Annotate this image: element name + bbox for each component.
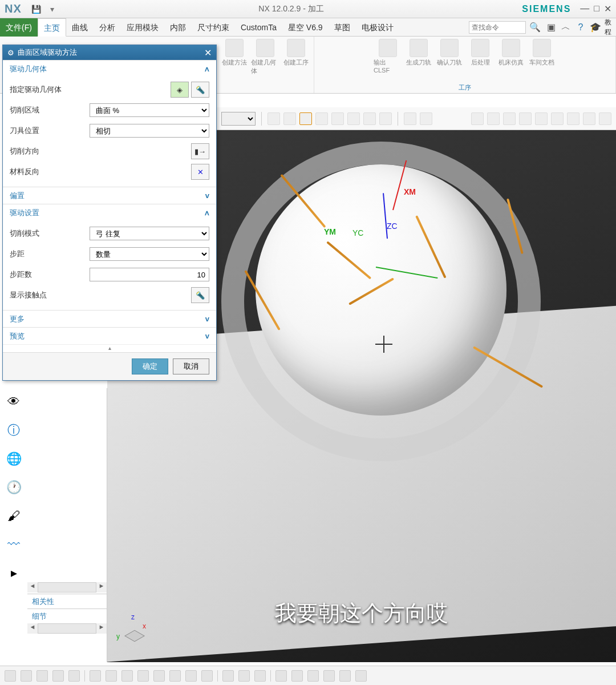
dropdown-icon[interactable]: ▾ <box>47 3 58 15</box>
dialog-close-button[interactable]: ✕ <box>204 47 212 58</box>
tool-icon[interactable] <box>379 112 392 125</box>
cancel-button[interactable]: 取消 <box>173 358 209 374</box>
status-icon[interactable] <box>52 670 64 682</box>
postprocess-button[interactable]: 后处理 <box>466 39 495 74</box>
select-surface-button[interactable]: ◈ <box>171 82 189 98</box>
color-bar-icon[interactable]: 🖌 <box>3 506 24 526</box>
tab-app-module[interactable]: 应用模块 <box>121 18 164 37</box>
tab-electrode[interactable]: 电极设计 <box>356 18 399 37</box>
status-icon[interactable] <box>323 670 335 682</box>
collapse-up-icon[interactable]: ︿ <box>560 22 572 33</box>
tab-sketch[interactable]: 草图 <box>329 18 356 37</box>
flashlight-button[interactable]: 🔦 <box>191 82 209 98</box>
tab-custom[interactable]: CustomTa <box>235 18 282 37</box>
status-icon[interactable] <box>307 670 319 682</box>
create-geom-button[interactable]: 创建几何体 <box>251 39 279 75</box>
help-icon[interactable]: ? <box>575 22 586 33</box>
view-icon[interactable] <box>535 112 548 125</box>
tool-icon[interactable] <box>315 112 328 125</box>
status-icon[interactable] <box>201 670 213 682</box>
status-icon[interactable] <box>68 670 80 682</box>
create-method-button[interactable]: 创建方法 <box>220 39 249 75</box>
section-offset[interactable]: 偏置v <box>3 187 216 204</box>
section-preview[interactable]: 预览v <box>3 327 216 344</box>
create-op-button[interactable]: 创建工序 <box>282 39 310 75</box>
frame-icon[interactable]: ▣ <box>545 22 557 33</box>
wave-icon[interactable]: 〰 <box>3 534 24 555</box>
view-icon[interactable] <box>487 112 500 125</box>
tool-pos-select[interactable]: 相切 <box>90 124 209 138</box>
material-reverse-button[interactable]: ✕ <box>191 164 209 180</box>
confirm-path-button[interactable]: 确认刀轨 <box>435 39 464 74</box>
status-icon[interactable] <box>254 670 266 682</box>
status-icon[interactable] <box>137 670 149 682</box>
selection-filter[interactable] <box>221 112 256 126</box>
status-icon[interactable] <box>238 670 250 682</box>
cut-region-select[interactable]: 曲面 % <box>90 103 209 117</box>
view-icon[interactable] <box>551 112 564 125</box>
close-button[interactable]: ✕ <box>604 3 611 14</box>
section-drive-geom[interactable]: 驱动几何体ʌ <box>3 60 216 77</box>
status-icon[interactable] <box>275 670 287 682</box>
view-icon[interactable] <box>567 112 579 125</box>
globe-icon[interactable]: 🌐 <box>3 449 24 469</box>
tab-internal[interactable]: 内部 <box>164 18 192 37</box>
view-icon[interactable] <box>519 112 532 125</box>
shop-doc-button[interactable]: 车间文档 <box>528 39 556 74</box>
tab-xk[interactable]: 星空 V6.9 <box>282 18 329 37</box>
nav-scrollbar[interactable]: ◄► <box>27 623 107 634</box>
expand-icon[interactable]: ▸ <box>3 563 24 583</box>
status-icon[interactable] <box>355 670 367 682</box>
tool-icon[interactable] <box>363 112 376 125</box>
section-drive-settings[interactable]: 驱动设置ʌ <box>3 204 216 221</box>
view-icon[interactable] <box>583 112 595 125</box>
save-icon[interactable]: 💾 <box>31 3 42 15</box>
eye-icon[interactable]: 👁 <box>3 392 24 412</box>
tool-icon[interactable] <box>283 112 296 125</box>
status-icon[interactable] <box>185 670 197 682</box>
view-icon[interactable] <box>503 112 516 125</box>
tab-dimension[interactable]: 尺寸约束 <box>192 18 235 37</box>
nav-section-detail[interactable]: 细节 <box>27 609 107 623</box>
cut-mode-select[interactable]: 弓 往复 <box>90 227 209 240</box>
status-icon[interactable] <box>339 670 351 682</box>
status-icon[interactable] <box>106 670 117 682</box>
section-more[interactable]: 更多v <box>3 310 216 327</box>
clock-icon[interactable]: 🕐 <box>3 477 24 498</box>
search-icon[interactable]: 🔍 <box>529 22 541 33</box>
tab-home[interactable]: 主页 <box>38 18 66 37</box>
step-select[interactable]: 数量 <box>90 247 209 261</box>
output-clsf-button[interactable]: 输出 CLSF <box>374 39 402 74</box>
dialog-collapse-handle[interactable]: ▴ <box>3 344 216 352</box>
maximize-button[interactable]: □ <box>594 3 599 14</box>
file-menu[interactable]: 文件(F) <box>0 18 38 37</box>
generate-path-button[interactable]: 生成刀轨 <box>404 39 433 74</box>
status-icon[interactable] <box>169 670 181 682</box>
status-icon[interactable] <box>121 670 133 682</box>
tool-icon[interactable] <box>404 112 416 125</box>
show-contact-button[interactable]: 🔦 <box>191 287 209 303</box>
status-icon[interactable] <box>153 670 165 682</box>
machine-sim-button[interactable]: 机床仿真 <box>497 39 525 74</box>
status-icon[interactable] <box>291 670 303 682</box>
nav-scrollbar[interactable]: ◄► <box>27 582 107 593</box>
status-icon[interactable] <box>90 670 101 682</box>
tutorial-icon[interactable]: 🎓 <box>590 22 601 33</box>
tool-icon[interactable] <box>420 112 432 125</box>
nav-section-related[interactable]: 相关性 <box>27 594 107 609</box>
status-icon[interactable] <box>5 670 16 682</box>
minimize-button[interactable]: — <box>580 3 589 14</box>
view-icon[interactable] <box>471 112 484 125</box>
ok-button[interactable]: 确定 <box>132 358 168 374</box>
tutorial-label[interactable]: 教程 <box>605 22 616 33</box>
view-icon[interactable] <box>599 112 611 125</box>
step-count-input[interactable] <box>90 268 209 281</box>
status-icon[interactable] <box>21 670 32 682</box>
tool-icon[interactable] <box>299 112 312 125</box>
dialog-titlebar[interactable]: ⚙ 曲面区域驱动方法 ✕ <box>3 45 216 60</box>
tab-analysis[interactable]: 分析 <box>94 18 121 37</box>
cut-direction-button[interactable]: ▮→ <box>191 143 209 159</box>
tool-icon[interactable] <box>331 112 344 125</box>
status-icon[interactable] <box>222 670 234 682</box>
info-wifi-icon[interactable]: ⓘ <box>3 420 24 441</box>
